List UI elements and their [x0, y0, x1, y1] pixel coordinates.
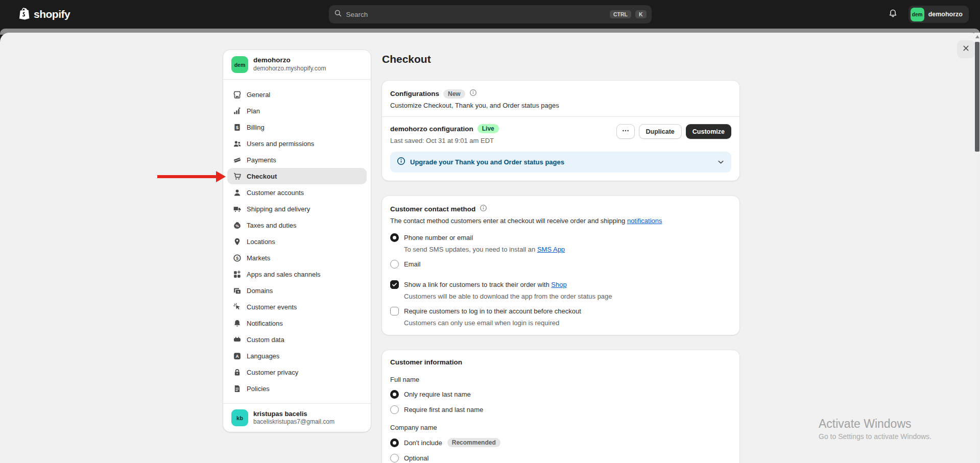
sidebar-item-customer-events[interactable]: Customer events — [227, 299, 367, 315]
checkbox-checked[interactable] — [390, 280, 399, 289]
sidebar-item-general[interactable]: General — [227, 86, 367, 103]
option-label: Only require last name — [404, 391, 471, 398]
sidebar-item-custom-data[interactable]: Custom data — [227, 331, 367, 348]
sidebar-item-label: Markets — [247, 254, 270, 262]
sidebar-item-label: Policies — [247, 385, 270, 393]
sidebar-item-label: Customer events — [247, 303, 297, 311]
sidebar-item-label: Notifications — [247, 320, 283, 327]
sms-app-link[interactable]: SMS App — [537, 246, 565, 253]
sidebar-item-notifications[interactable]: Notifications — [227, 315, 367, 331]
cart-icon — [232, 172, 242, 181]
radio-option-0-1[interactable]: Require first and last name — [390, 405, 731, 414]
sidebar-item-label: Checkout — [247, 173, 277, 180]
shopify-logo[interactable]: shopify — [17, 7, 70, 22]
red-arrow-line — [157, 175, 217, 178]
info-icon[interactable] — [469, 89, 477, 99]
sidebar-item-billing[interactable]: $Billing — [227, 119, 367, 135]
sidebar-item-payments[interactable]: Payments — [227, 152, 367, 168]
radio-unchecked[interactable] — [390, 454, 399, 462]
last-saved-text: Last saved: Oct 31 at 9:01 am EDT — [390, 137, 499, 144]
search-input[interactable] — [346, 11, 606, 18]
store-icon — [232, 90, 242, 99]
contact-options: Phone number or emailTo send SMS updates… — [390, 233, 731, 327]
radio-option-0[interactable]: Phone number or email — [390, 233, 731, 242]
radio-checked[interactable] — [390, 390, 399, 399]
domains-icon — [232, 286, 242, 295]
scrollbar-thumb[interactable] — [975, 42, 979, 152]
notifications-link[interactable]: notifications — [627, 217, 662, 225]
top-bar: shopify CTRL K — [0, 0, 980, 29]
bell-icon — [232, 319, 242, 328]
sidebar-item-checkout[interactable]: Checkout — [227, 168, 367, 184]
bell-icon — [888, 9, 898, 20]
radio-option-1[interactable]: Email — [390, 260, 731, 269]
option-label: Require customers to log in to their acc… — [404, 307, 581, 315]
payments-icon — [232, 155, 242, 164]
radio-unchecked[interactable] — [390, 405, 399, 414]
shop-link[interactable]: Shop — [551, 281, 566, 288]
policies-icon — [232, 384, 242, 393]
option-helper-text: Customers will be able to download the a… — [404, 293, 731, 300]
radio-option-1-0[interactable]: Don't includeRecommended — [390, 438, 731, 447]
radio-checked[interactable] — [390, 438, 399, 447]
shopify-bag-icon — [17, 7, 30, 22]
close-icon — [962, 44, 970, 54]
sidebar-store-header[interactable]: dem demohorzo demohorzo.myshopify.com — [223, 50, 371, 80]
more-options-button[interactable] — [616, 124, 635, 139]
store-avatar: dem — [911, 8, 924, 21]
sidebar-item-label: Languages — [247, 352, 279, 360]
sidebar-item-customer-accounts[interactable]: Customer accounts — [227, 184, 367, 201]
billing-icon: $ — [232, 123, 242, 132]
sidebar-user-name: kristupas bacelis — [253, 410, 334, 418]
search-icon — [334, 9, 342, 19]
radio-unchecked[interactable] — [390, 260, 399, 269]
sidebar-item-users-and-permissions[interactable]: Users and permissions — [227, 135, 367, 152]
radio-option-1-1[interactable]: Optional — [390, 454, 731, 462]
radio-checked[interactable] — [390, 233, 399, 242]
sidebar-item-shipping-and-delivery[interactable]: Shipping and delivery — [227, 201, 367, 217]
option-helper-text: To send SMS updates, you need to install… — [404, 246, 731, 253]
global-search[interactable]: CTRL K — [329, 5, 652, 23]
watermark-title: Activate Windows — [819, 417, 931, 431]
sidebar-item-policies[interactable]: Policies — [227, 380, 367, 397]
sidebar-item-customer-privacy[interactable]: Customer privacy — [227, 364, 367, 380]
account-menu[interactable]: dem demohorzo — [909, 6, 969, 23]
shopify-wordmark: shopify — [34, 8, 70, 20]
sidebar-item-apps-and-sales-channels[interactable]: Apps and sales channels — [227, 266, 367, 282]
checkbox-option-3[interactable]: Require customers to log in to their acc… — [390, 307, 731, 315]
radio-option-0-0[interactable]: Only require last name — [390, 390, 731, 399]
sidebar-item-label: Locations — [247, 238, 275, 246]
sidebar-item-domains[interactable]: Domains — [227, 282, 367, 299]
sidebar-store-name: demohorzo — [253, 56, 326, 65]
sidebar-item-label: Customer accounts — [247, 189, 304, 197]
duplicate-button[interactable]: Duplicate — [639, 124, 682, 139]
taxes-icon: % — [232, 221, 242, 230]
sidebar-item-markets[interactable]: $Markets — [227, 250, 367, 266]
svg-text:A: A — [235, 353, 238, 358]
sidebar-user-footer[interactable]: kb kristupas bacelis baceliskristupas7@g… — [223, 403, 371, 432]
sidebar-item-languages[interactable]: ALanguages — [227, 348, 367, 364]
sidebar-item-plan[interactable]: Plan — [227, 103, 367, 119]
option-label: Don't include — [404, 439, 442, 447]
sidebar-item-label: Plan — [247, 107, 260, 115]
scroll-up-arrow-icon[interactable] — [975, 35, 979, 38]
shortcut-key-k: K — [635, 10, 647, 19]
checkout-settings-main: Checkout Configurations New Customize Ch… — [382, 33, 739, 463]
page-scrollbar[interactable] — [974, 33, 980, 463]
upgrade-banner[interactable]: Upgrade your Thank you and Order status … — [390, 152, 731, 173]
close-settings-button[interactable] — [957, 40, 975, 58]
svg-text:%: % — [235, 224, 239, 228]
sidebar-item-locations[interactable]: Locations — [227, 233, 367, 250]
sidebar-item-taxes-and-duties[interactable]: %Taxes and duties — [227, 217, 367, 233]
sidebar-store-domain: demohorzo.myshopify.com — [253, 65, 326, 73]
option-label: Optional — [404, 454, 428, 462]
customize-button[interactable]: Customize — [686, 124, 731, 139]
watermark-subtitle: Go to Settings to activate Windows. — [819, 432, 931, 441]
notifications-button[interactable] — [885, 6, 901, 22]
checkbox-unchecked[interactable] — [390, 307, 399, 315]
store-name: demohorzo — [928, 11, 963, 18]
chevron-down-icon[interactable] — [717, 158, 725, 166]
checkbox-option-2[interactable]: Show a link for customers to track their… — [390, 280, 731, 289]
info-icon[interactable] — [480, 204, 487, 214]
customer-contact-method-card: Customer contact method The contact meth… — [382, 196, 739, 335]
